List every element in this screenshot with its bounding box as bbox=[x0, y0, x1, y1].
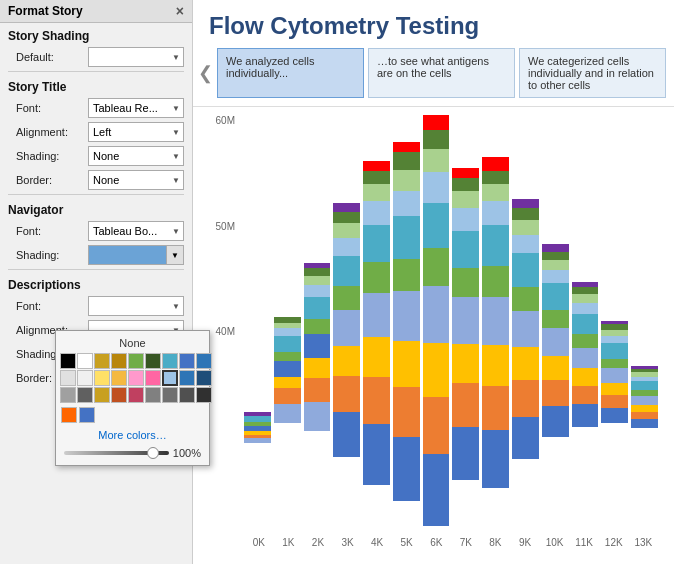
opacity-thumb[interactable] bbox=[147, 447, 159, 459]
story-title-label: Story Title bbox=[0, 74, 192, 96]
color-cell-pink2[interactable] bbox=[145, 370, 161, 386]
bar-seg-9-5 bbox=[512, 287, 539, 311]
color-cell-lgray[interactable] bbox=[60, 370, 76, 386]
bar-group-4 bbox=[363, 115, 390, 526]
color-cell-lyellow[interactable] bbox=[94, 370, 110, 386]
color-cell-gray4[interactable] bbox=[179, 387, 195, 403]
title-shading-select[interactable]: None bbox=[88, 146, 184, 166]
x-label-3: 3K bbox=[333, 537, 363, 548]
bar-seg-8-3 bbox=[482, 201, 509, 225]
color-cell-blue3[interactable] bbox=[79, 407, 95, 423]
bar-seg-1-8 bbox=[274, 404, 301, 423]
bar-group-10 bbox=[542, 115, 569, 526]
bar-seg-4-5 bbox=[363, 262, 390, 292]
color-none-label[interactable]: None bbox=[60, 335, 205, 353]
title-border-row: Border: None bbox=[0, 168, 192, 192]
color-cell-white[interactable] bbox=[77, 353, 93, 369]
bar-stack-4 bbox=[363, 161, 390, 526]
color-cell-pink1[interactable] bbox=[128, 370, 144, 386]
bar-seg-6-0 bbox=[423, 115, 450, 130]
divider-1 bbox=[8, 71, 184, 72]
nav-shading-color-wrapper[interactable]: ▼ bbox=[88, 245, 184, 265]
divider-3 bbox=[8, 269, 184, 270]
bar-seg-11-1 bbox=[572, 287, 599, 294]
bar-seg-2-1 bbox=[304, 268, 331, 275]
bar-seg-12-4 bbox=[601, 343, 628, 358]
title-alignment-select[interactable]: Left bbox=[88, 122, 184, 142]
bar-seg-8-4 bbox=[482, 225, 509, 266]
color-cell-lblue[interactable] bbox=[162, 370, 178, 386]
color-cell-green1[interactable] bbox=[128, 353, 144, 369]
color-cell-green2[interactable] bbox=[145, 353, 161, 369]
story-card-1[interactable]: …to see what antigens are on the cells bbox=[368, 48, 515, 98]
story-card-2[interactable]: We categerized cells individually and in… bbox=[519, 48, 666, 98]
color-cell-blue1[interactable] bbox=[179, 353, 195, 369]
bar-group-2 bbox=[304, 115, 331, 526]
default-select[interactable] bbox=[88, 47, 184, 67]
x-label-7: 7K bbox=[451, 537, 481, 548]
bar-seg-6-9 bbox=[423, 454, 450, 526]
color-cell-mgray[interactable] bbox=[60, 387, 76, 403]
color-cell-darkeryellow[interactable] bbox=[94, 387, 110, 403]
bar-seg-7-8 bbox=[452, 383, 479, 426]
x-label-0: 0K bbox=[244, 537, 274, 548]
title-border-label: Border: bbox=[16, 174, 84, 186]
bar-group-0 bbox=[244, 115, 271, 526]
bar-stack-5 bbox=[393, 142, 420, 526]
bar-seg-6-8 bbox=[423, 397, 450, 454]
bar-seg-11-7 bbox=[572, 368, 599, 386]
color-cell-blue2[interactable] bbox=[196, 353, 212, 369]
bar-seg-9-2 bbox=[512, 220, 539, 235]
bar-seg-8-0 bbox=[482, 157, 509, 171]
bar-seg-3-2 bbox=[333, 223, 360, 238]
bar-seg-2-2 bbox=[304, 276, 331, 286]
title-border-select[interactable]: None bbox=[88, 170, 184, 190]
bar-seg-5-2 bbox=[393, 170, 420, 191]
color-cell-orange1[interactable] bbox=[111, 370, 127, 386]
color-cell-gray5[interactable] bbox=[196, 387, 212, 403]
x-label-6: 6K bbox=[421, 537, 451, 548]
color-cell-mblue[interactable] bbox=[179, 370, 195, 386]
bar-group-5 bbox=[393, 115, 420, 526]
bar-seg-10-4 bbox=[542, 283, 569, 309]
color-cell-gray3[interactable] bbox=[162, 387, 178, 403]
bar-seg-7-6 bbox=[452, 297, 479, 343]
bar-seg-9-3 bbox=[512, 235, 539, 253]
opacity-slider[interactable] bbox=[64, 451, 169, 455]
bar-seg-2-6 bbox=[304, 334, 331, 358]
bar-seg-5-7 bbox=[393, 341, 420, 387]
divider-2 bbox=[8, 194, 184, 195]
color-cell-black[interactable] bbox=[60, 353, 76, 369]
nav-prev-arrow[interactable]: ❮ bbox=[193, 48, 217, 98]
desc-font-select[interactable] bbox=[88, 296, 184, 316]
nav-font-select[interactable]: Tableau Bo... bbox=[88, 221, 184, 241]
color-cell-darkpink[interactable] bbox=[128, 387, 144, 403]
color-cell-gold[interactable] bbox=[94, 353, 110, 369]
story-card-0[interactable]: We analyzed cells individually... bbox=[217, 48, 364, 98]
color-cell-orange2[interactable] bbox=[61, 407, 77, 423]
bar-seg-9-0 bbox=[512, 199, 539, 208]
x-label-8: 8K bbox=[481, 537, 511, 548]
x-label-5: 5K bbox=[392, 537, 422, 548]
bar-seg-13-7 bbox=[631, 405, 658, 412]
more-colors-link[interactable]: More colors… bbox=[60, 427, 205, 445]
color-cell-darkorange[interactable] bbox=[111, 387, 127, 403]
color-cell-gray2[interactable] bbox=[145, 387, 161, 403]
bar-seg-4-9 bbox=[363, 424, 390, 485]
bars-area bbox=[244, 115, 658, 526]
color-cell-vlgray[interactable] bbox=[77, 370, 93, 386]
bar-stack-7 bbox=[452, 168, 479, 526]
color-cell-teal1[interactable] bbox=[162, 353, 178, 369]
bar-seg-0-6 bbox=[244, 438, 271, 443]
title-font-select[interactable]: Tableau Re... bbox=[88, 98, 184, 118]
close-button[interactable]: × bbox=[176, 4, 184, 18]
nav-shading-dropdown-arrow[interactable]: ▼ bbox=[166, 245, 184, 265]
nav-font-select-wrapper: Tableau Bo... bbox=[88, 221, 184, 241]
color-cell-darkgold[interactable] bbox=[111, 353, 127, 369]
bar-seg-1-6 bbox=[274, 377, 301, 389]
color-cell-dblue[interactable] bbox=[196, 370, 212, 386]
color-cell-dgray[interactable] bbox=[77, 387, 93, 403]
navigator-label: Navigator bbox=[0, 197, 192, 219]
bar-seg-8-1 bbox=[482, 171, 509, 185]
bar-seg-3-6 bbox=[333, 310, 360, 346]
